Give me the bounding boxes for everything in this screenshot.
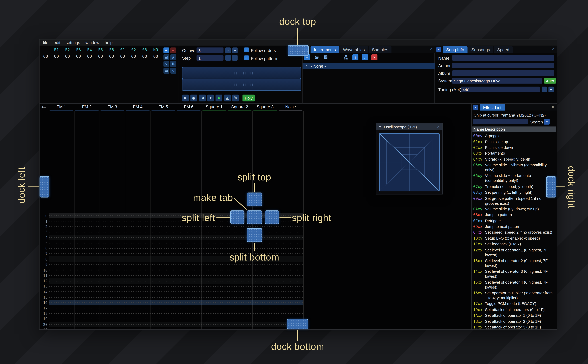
effect-row-07xy[interactable]: 07xyTremolo (x: speed; y: depth)	[472, 184, 557, 190]
effect-row-09xx[interactable]: 09xxSet groove pattern (speed 1 if no gr…	[472, 195, 557, 206]
tab-speed[interactable]: Speed	[494, 46, 513, 53]
orders-cell-9[interactable]: 00	[150, 54, 161, 58]
effect-row-1cxx[interactable]: 1CxxSet attack of operator 3 (0 to 1F)	[472, 324, 557, 329]
pattern-row-21[interactable]: 21	[40, 327, 472, 329]
metronome-button[interactable]: ◬	[224, 95, 231, 101]
effect-list-options-button[interactable]: ≡	[544, 119, 550, 124]
order-remove-button[interactable]: −	[170, 47, 176, 53]
orders-cell-6[interactable]: 00	[117, 54, 128, 58]
poly-button[interactable]: Poly	[243, 95, 255, 101]
pattern-row-11[interactable]: 11	[40, 273, 472, 278]
effect-row-0fxx[interactable]: 0FxxSet speed (speed 2 if no grooves exi…	[472, 229, 557, 235]
play-button[interactable]: ▶	[182, 95, 189, 101]
instruments-close-icon[interactable]: ×	[429, 47, 432, 52]
octave-increase-button[interactable]: +	[232, 47, 238, 53]
effect-row-1bxx[interactable]: 1BxxSet attack of operator 2 (0 to 1F)	[472, 318, 557, 324]
instrument-move-up-button[interactable]: ↑	[352, 54, 358, 60]
tab-instruments[interactable]: Instruments	[311, 46, 339, 53]
step-decrease-button[interactable]: -	[225, 55, 231, 61]
menu-item-help[interactable]: help	[105, 40, 112, 45]
instrument-list-item[interactable]: ○ - None -	[303, 63, 435, 69]
effect-row-06xy[interactable]: 06xyVolume slide + portamento (compatibi…	[472, 173, 557, 184]
channel-header-fm-5[interactable]: FM 5	[151, 104, 176, 111]
effect-row-19xx[interactable]: 19xxSet attack of all operators (0 to 1F…	[472, 307, 557, 312]
effect-row-17xx[interactable]: 17xxToggle PCM mode (LEGACY)	[472, 301, 557, 307]
channel-header-fm-6[interactable]: FM 6	[176, 104, 201, 111]
orders-cell-5[interactable]: 00	[106, 54, 117, 58]
tab-samples[interactable]: Samples	[369, 46, 392, 53]
dock-target-left[interactable]	[40, 176, 49, 198]
oscilloscope-close-icon[interactable]: ×	[437, 124, 440, 129]
oscilloscope-collapse-icon[interactable]: ▼	[379, 125, 382, 129]
pattern-row-18[interactable]: 18	[40, 311, 472, 316]
channel-header-noise[interactable]: Noise	[278, 104, 303, 111]
dock-target-top[interactable]	[288, 45, 309, 56]
follow-pattern-checkbox[interactable]: ✓	[244, 55, 249, 60]
order-edit-mode-button[interactable]: ↖	[170, 68, 176, 74]
pattern-row-12[interactable]: 12	[40, 278, 472, 284]
orders-row-index[interactable]: 00	[40, 54, 51, 58]
orders-cell-0[interactable]: 00	[51, 54, 62, 58]
dock-target-bottom[interactable]	[287, 319, 308, 329]
order-duplicate-end-button[interactable]: ⇊	[170, 61, 176, 67]
menu-item-edit[interactable]: edit	[54, 40, 60, 45]
effect-row-12xx[interactable]: 12xxSet level of operator 1 (0 highest, …	[472, 247, 557, 258]
instrument-move-down-button[interactable]: ↓	[362, 54, 368, 60]
octave-input[interactable]: 3	[197, 47, 224, 53]
orders-cell-3[interactable]: 00	[84, 54, 95, 58]
effect-row-0dxx[interactable]: 0DxxJump to next pattern	[472, 224, 557, 229]
pattern-row-17[interactable]: 17	[40, 305, 472, 311]
song-info-collapse-button[interactable]: ▼	[436, 47, 441, 52]
effect-row-13xx[interactable]: 13xxSet level of operator 2 (0 highest, …	[472, 258, 557, 269]
pattern-expand-button[interactable]: ++	[41, 105, 46, 109]
order-change-all-button[interactable]: ⇄	[163, 68, 169, 74]
record-button[interactable]: ●	[216, 95, 222, 101]
oscilloscope-title-bar[interactable]: ▼ Oscilloscope (X-Y) ×	[376, 124, 443, 130]
step-increase-button[interactable]: +	[232, 55, 238, 61]
channel-header-square-2[interactable]: Square 2	[227, 104, 252, 111]
channel-header-square-3[interactable]: Square 3	[252, 104, 278, 111]
pattern-row-6[interactable]: 6	[40, 246, 472, 251]
pattern-row-20[interactable]: 20	[40, 322, 472, 327]
step-down-button[interactable]: ▼	[207, 95, 214, 101]
effect-row-15xx[interactable]: 15xxSet level of operator 4 (0 highest, …	[472, 280, 557, 290]
dock-target-right[interactable]	[546, 176, 556, 198]
system-field[interactable]: Sega Genesis/Mega Drive	[452, 78, 542, 84]
play-row-button[interactable]: ⇥	[199, 95, 205, 101]
step-input[interactable]: 1	[197, 55, 224, 61]
song-info-close-icon[interactable]: ×	[552, 47, 554, 52]
pattern-row-19[interactable]: 19	[40, 316, 472, 322]
name-field[interactable]	[452, 55, 554, 61]
effect-row-10xy[interactable]: 10xySetup LFO (x: enable; y: speed)	[472, 235, 557, 241]
octave-decrease-button[interactable]: -	[225, 47, 231, 53]
instrument-delete-button[interactable]: ×	[371, 54, 377, 60]
menu-item-window[interactable]: window	[86, 40, 99, 45]
channel-header-fm-1[interactable]: FM 1	[49, 104, 74, 111]
split-target-top[interactable]	[247, 193, 262, 206]
effect-row-04xy[interactable]: 04xyVibrato (x: speed; y: depth)	[472, 156, 557, 162]
pattern-row-10[interactable]: 10	[40, 267, 472, 273]
instrument-folders-button[interactable]	[343, 54, 349, 60]
order-add-button[interactable]: +	[163, 47, 169, 53]
channel-header-fm-4[interactable]: FM 4	[125, 104, 151, 111]
play-pattern-button[interactable]: ◉	[190, 95, 197, 101]
album-field[interactable]	[452, 70, 554, 76]
menu-item-file[interactable]: file	[43, 40, 48, 45]
pattern-row-14[interactable]: 14	[40, 289, 472, 295]
order-duplicate-button[interactable]: ▣	[163, 54, 169, 60]
pattern-row-16[interactable]: 16	[40, 300, 472, 306]
pattern-row-13[interactable]: 13	[40, 284, 472, 289]
instrument-save-button[interactable]	[323, 54, 329, 60]
tab-wavetables[interactable]: Wavetables	[340, 46, 368, 53]
split-target-bottom[interactable]	[247, 228, 262, 242]
menu-item-settings[interactable]: settings	[66, 40, 80, 45]
effect-row-05xy[interactable]: 05xyVolume slide + vibrato (compatibilit…	[472, 162, 557, 173]
order-move-up-button[interactable]: ∧	[170, 54, 176, 60]
effect-row-1axx[interactable]: 1AxxSet attack of operator 1 (0 to 1F)	[472, 312, 557, 318]
effect-row-02xx[interactable]: 02xxPitch slide down	[472, 145, 557, 150]
tuning-increase-button[interactable]: +	[548, 87, 554, 92]
order-move-down-button[interactable]: ∨	[163, 61, 169, 67]
tuning-field[interactable]: 440	[461, 87, 540, 92]
orders-cell-1[interactable]: 00	[62, 54, 73, 58]
effect-row-11xx[interactable]: 11xxSet feedback (0 to 7)	[472, 241, 557, 247]
